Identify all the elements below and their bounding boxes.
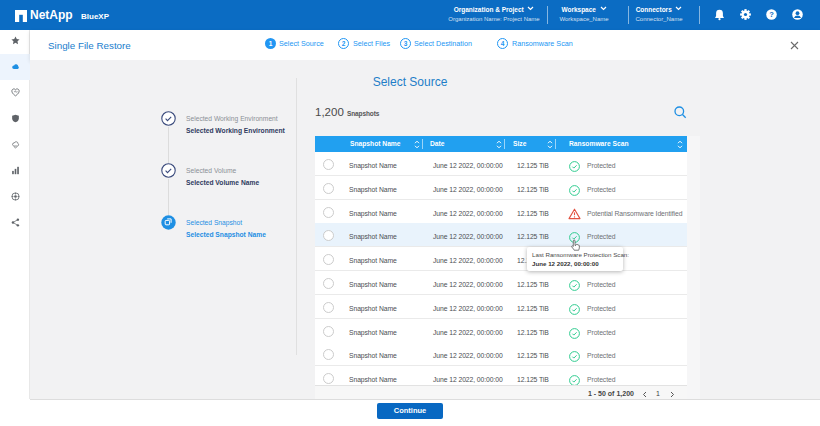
svg-text:?: ? <box>769 10 774 19</box>
